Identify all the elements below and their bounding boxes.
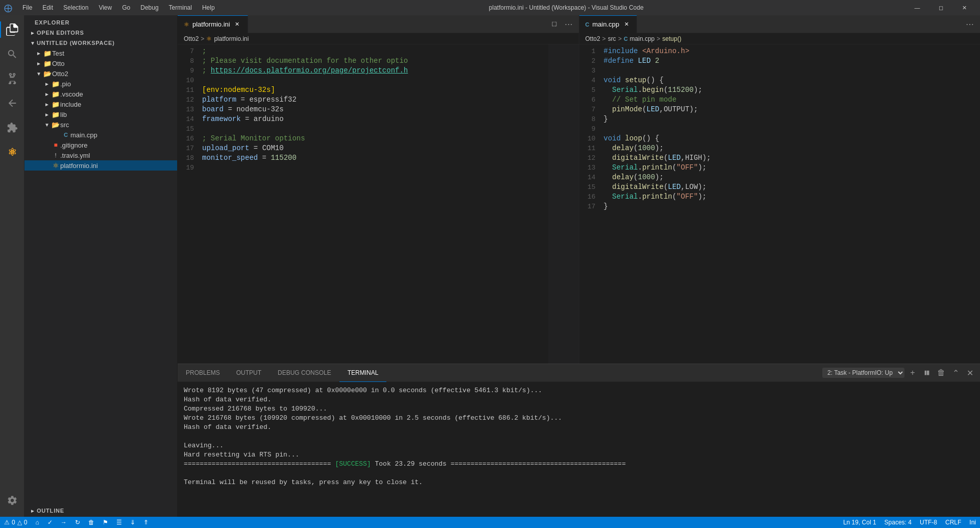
statusbar-errors[interactable]: ⚠ 0 △ 0 [0, 517, 31, 528]
right-breadcrumb-maincpp[interactable]: main.cpp [630, 35, 655, 42]
upload-icon: ⇑ [143, 519, 149, 526]
search-activity-icon[interactable] [0, 42, 24, 66]
kill-terminal-button[interactable]: 🗑 [935, 367, 947, 379]
tree-item-test[interactable]: ► 📁 Test [24, 48, 177, 58]
right-breadcrumb-src[interactable]: src [608, 35, 616, 42]
cpp-line-4: void setup() { [602, 76, 981, 85]
platformio-activity-icon[interactable]: ⚛ [0, 140, 24, 164]
workspace-section[interactable]: ▼ UNTITLED (WORKSPACE) [24, 38, 177, 48]
cpp-line-1: #include <Arduino.h> [602, 46, 981, 56]
tree-item-pio[interactable]: ► 📁 .pio [24, 79, 177, 89]
right-breadcrumb-otto2[interactable]: Otto2 [585, 35, 600, 42]
split-editor-button[interactable] [548, 18, 560, 30]
explorer-activity-icon[interactable] [0, 17, 24, 42]
terminal-dropdown[interactable]: 2: Task - PlatformIO: Up [822, 368, 904, 378]
menu-selection[interactable]: Selection [59, 3, 92, 13]
tree-item-vscode[interactable]: ► 📁 .vscode [24, 89, 177, 99]
tab-platformioini[interactable]: ⚛ platformio.ini ✕ [178, 15, 248, 33]
ln-19: 19 [178, 163, 194, 173]
activity-bar: ⚛ [0, 15, 24, 517]
home-icon: ⌂ [35, 519, 39, 526]
breadcrumb-platformioini[interactable]: platformio.ini [214, 35, 249, 42]
settings-activity-icon[interactable] [0, 488, 24, 513]
right-code-content[interactable]: #include <Arduino.h> #define LED 2 void … [602, 44, 981, 364]
ini-line-17: upload_port = COM10 [200, 143, 548, 153]
right-breadcrumb-sep2: > [618, 35, 622, 42]
tab-maincpp-close[interactable]: ✕ [622, 20, 630, 29]
left-code-area[interactable]: 7 8 9 10 11 12 13 14 15 16 17 18 19 [178, 44, 579, 364]
statusbar-encoding[interactable]: UTF-8 [916, 517, 941, 528]
menu-debug[interactable]: Debug [136, 3, 162, 13]
terminal-output[interactable]: Wrote 8192 bytes (47 compressed) at 0x00… [178, 382, 980, 517]
tree-item-otto[interactable]: ► 📁 Otto [24, 58, 177, 68]
menu-go[interactable]: Go [118, 3, 134, 13]
left-tab-bar: ⚛ platformio.ini ✕ ⋯ [178, 15, 579, 33]
statusbar-position[interactable]: Ln 19, Col 1 [839, 517, 880, 528]
menu-file[interactable]: File [18, 3, 36, 13]
statusbar-eol[interactable]: CRLF [941, 517, 965, 528]
flag-icon: ⚑ [103, 519, 108, 526]
extensions-activity-icon[interactable] [0, 115, 24, 140]
tab-platformioini-label: platformio.ini [192, 20, 230, 28]
statusbar-download[interactable]: ⇓ [126, 517, 139, 528]
right-breadcrumb-setup[interactable]: setup() [663, 35, 681, 42]
right-more-actions-button[interactable]: ⋯ [964, 18, 976, 30]
statusbar-flag[interactable]: ⚑ [99, 517, 112, 528]
statusbar-trash[interactable]: 🗑 [84, 517, 99, 528]
menu-view[interactable]: View [94, 3, 116, 13]
rln-16: 16 [579, 192, 596, 202]
outline-section[interactable]: ► OUTLINE [24, 506, 177, 516]
ln-17: 17 [178, 143, 194, 153]
close-panel-button[interactable]: ✕ [964, 367, 976, 379]
statusbar-refresh[interactable]: ↻ [71, 517, 84, 528]
ln-18: 18 [178, 153, 194, 163]
tab-terminal[interactable]: TERMINAL [339, 364, 387, 382]
breadcrumb-sep1: > [201, 35, 204, 42]
statusbar-spaces[interactable]: Spaces: 4 [880, 517, 916, 528]
menu-edit[interactable]: Edit [38, 3, 57, 13]
tab-maincpp[interactable]: C main.cpp ✕ [579, 15, 638, 33]
close-button[interactable]: ✕ [952, 0, 976, 15]
statusbar-upload[interactable]: ⇑ [139, 517, 153, 528]
statusbar-arrow1[interactable]: → [57, 517, 71, 528]
run-debug-activity-icon[interactable] [0, 91, 24, 115]
otto-label: Otto [52, 60, 177, 67]
tab-problems[interactable]: PROBLEMS [178, 364, 228, 382]
breadcrumb-otto2[interactable]: Otto2 [184, 35, 199, 42]
tree-item-src[interactable]: ▼ 📂 src [24, 119, 177, 130]
tree-item-maincpp[interactable]: ► C main.cpp [24, 130, 177, 140]
right-code-area[interactable]: 1 2 3 4 5 6 7 8 9 10 11 12 13 14 [579, 44, 981, 364]
right-tab-bar: C main.cpp ✕ ⋯ [579, 15, 981, 33]
split-terminal-button[interactable] [921, 367, 933, 379]
source-control-activity-icon[interactable] [0, 66, 24, 91]
statusbar-eol-text: CRLF [945, 519, 961, 526]
maximize-button[interactable]: ◻ [929, 0, 952, 15]
left-code-content[interactable]: ; ; Please visit documentation for the o… [200, 44, 548, 364]
tree-item-lib[interactable]: ► 📁 lib [24, 109, 177, 119]
statusbar-home[interactable]: ⌂ [31, 517, 43, 528]
rln-10: 10 [579, 134, 596, 143]
open-editors-section[interactable]: ► OPEN EDITORS [24, 28, 177, 38]
new-terminal-button[interactable]: + [906, 367, 919, 379]
tree-item-include[interactable]: ► 📁 include [24, 99, 177, 109]
rln-5: 5 [579, 85, 596, 95]
tree-item-gitignore[interactable]: ► ■ .gitignore [24, 140, 177, 150]
statusbar-list[interactable]: ☰ [112, 517, 126, 528]
tree-item-travis[interactable]: ► ! .travis.yml [24, 150, 177, 160]
statusbar-check[interactable]: ✓ [43, 517, 57, 528]
tab-output[interactable]: OUTPUT [228, 364, 270, 382]
menu-terminal[interactable]: Terminal [165, 3, 196, 13]
menu-help[interactable]: Help [198, 3, 219, 13]
tab-platformioini-close[interactable]: ✕ [233, 20, 241, 29]
sidebar-spacer [24, 171, 177, 506]
tree-item-otto2[interactable]: ▼ 📂 Otto2 [24, 68, 177, 79]
statusbar-language[interactable]: Ini [965, 517, 980, 528]
maximize-panel-button[interactable]: ⌃ [949, 367, 962, 379]
tree-item-platformioini[interactable]: ► ⚛ platformio.ini [24, 160, 177, 171]
src-chevron-icon: ▼ [43, 121, 51, 129]
window-controls: — ◻ ✕ [905, 0, 976, 15]
tab-debug-console[interactable]: DEBUG CONSOLE [270, 364, 339, 382]
more-actions-button[interactable]: ⋯ [562, 18, 575, 30]
minimize-button[interactable]: — [905, 0, 929, 15]
open-editors-chevron: ► [29, 29, 37, 37]
